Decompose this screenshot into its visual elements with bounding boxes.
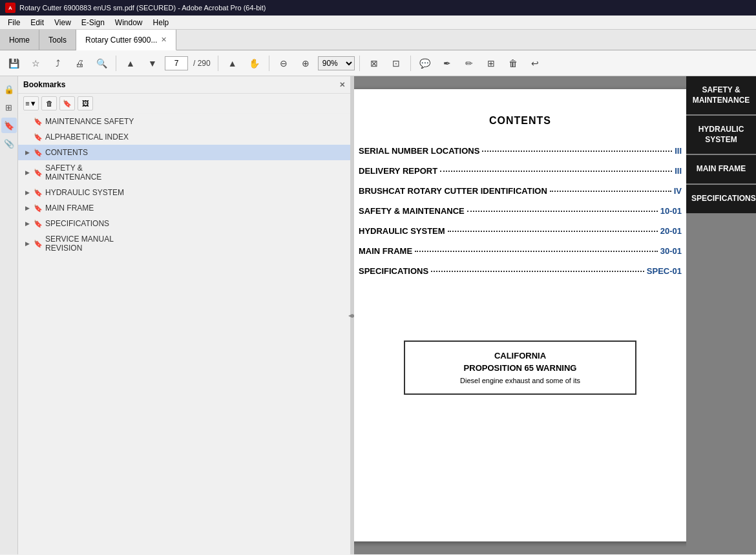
- left-icon-panel: 🔒 ⊞ 🔖 📎: [0, 76, 18, 554]
- toc-dots: [431, 271, 644, 272]
- toc-page: 30-01: [660, 246, 682, 256]
- menu-esign[interactable]: E-Sign: [76, 17, 110, 28]
- toc-label: HYDRAULIC SYSTEM: [359, 226, 445, 236]
- right-tab-main-frame[interactable]: MAIN FRAME: [686, 155, 756, 183]
- bookmarks-header-left: Bookmarks: [23, 80, 65, 89]
- tab-home[interactable]: Home: [0, 30, 39, 50]
- bookmarks-panel: Bookmarks ✕ ≡▼ 🗑 🔖 🖼 🔖 MAINTENANCE SAFET…: [18, 76, 350, 554]
- save-button[interactable]: 💾: [4, 54, 23, 73]
- bookmark-item-safety-maintenance[interactable]: ▶ 🔖 SAFETY &MAINTENANCE: [18, 160, 350, 185]
- content-wrapper: 🔒 ⊞ 🔖 📎 Bookmarks ✕ ≡▼ 🗑 🔖 🖼 🔖 MAINTENAN…: [0, 76, 756, 554]
- ca-warning-title: CALIFORNIA: [418, 351, 622, 361]
- zoom-out-button[interactable]: ⊖: [274, 54, 293, 73]
- paperclip-icon-btn[interactable]: 📎: [1, 136, 17, 151]
- bookmark-item-hydraulic-system[interactable]: ▶ 🔖 HYDRAULIC SYSTEM: [18, 185, 350, 200]
- tab-home-label: Home: [9, 36, 30, 45]
- expand-icon: ▶: [23, 149, 31, 156]
- bookmark-icon: 🔖: [34, 118, 43, 126]
- page-title: CONTENTS: [359, 115, 682, 127]
- pdf-page: CONTENTS SERIAL NUMBER LOCATIONS III DEL…: [354, 89, 686, 541]
- bm-new-btn[interactable]: 🔖: [59, 96, 75, 110]
- page-container: CONTENTS SERIAL NUMBER LOCATIONS III DEL…: [354, 89, 686, 541]
- menu-edit[interactable]: Edit: [25, 17, 49, 28]
- toc-dots: [550, 191, 671, 192]
- bookmark-icon: 🔖: [34, 220, 43, 228]
- layers-icon-btn[interactable]: ⊞: [1, 99, 17, 115]
- menu-window[interactable]: Window: [110, 17, 148, 28]
- right-tab-specifications[interactable]: SPECIFICATIONS: [686, 185, 756, 213]
- toc-label: DELIVERY REPORT: [359, 166, 437, 176]
- menu-bar: File Edit View E-Sign Window Help: [0, 16, 756, 30]
- bookmarks-toolbar: ≡▼ 🗑 🔖 🖼: [18, 94, 350, 114]
- cursor-tool[interactable]: ▲: [223, 54, 242, 73]
- zoom-select[interactable]: 50% 75% 90% 100% 125% 150% 200%: [318, 56, 355, 70]
- expand-icon: ▶: [23, 220, 31, 227]
- pen-button[interactable]: ✒: [437, 54, 457, 73]
- lock-icon-btn[interactable]: 🔒: [1, 81, 17, 97]
- toc-label: BRUSHCAT ROTARY CUTTER IDENTIFICATION: [359, 186, 547, 196]
- title-bar: A Rotary Cutter 6900883 enUS sm.pdf (SEC…: [0, 0, 756, 16]
- bm-delete-btn[interactable]: 🗑: [41, 96, 57, 110]
- bookmark-button[interactable]: ☆: [26, 54, 45, 73]
- stamp-button[interactable]: ⊞: [481, 54, 501, 73]
- highlight-button[interactable]: ✏: [459, 54, 479, 73]
- toc-label: SAFETY & MAINTENANCE: [359, 206, 465, 216]
- right-tab-safety[interactable]: SAFETY &MAINTENANCE: [686, 76, 756, 114]
- fit-page-button[interactable]: ⊠: [364, 54, 384, 73]
- toc-entry-hydraulic: HYDRAULIC SYSTEM 20-01: [359, 226, 682, 236]
- toolbar-sep-2: [218, 56, 218, 71]
- right-tab-hydraulic[interactable]: HYDRAULICSYSTEM: [686, 116, 756, 154]
- bookmark-item-contents[interactable]: ▶ 🔖 CONTENTS: [18, 145, 350, 160]
- bookmarks-close-button[interactable]: ✕: [339, 81, 345, 89]
- tab-tools[interactable]: Tools: [39, 30, 76, 50]
- undo-button[interactable]: ↩: [525, 54, 545, 73]
- trash-button[interactable]: 🗑: [503, 54, 523, 73]
- hand-tool[interactable]: ✋: [245, 54, 264, 73]
- bookmark-label: SPECIFICATIONS: [45, 219, 109, 228]
- ca-warning-subtitle: PROPOSITION 65 WARNING: [418, 363, 622, 373]
- comment-button[interactable]: 💬: [415, 54, 435, 73]
- toc-label: SERIAL NUMBER LOCATIONS: [359, 146, 479, 156]
- bookmark-item-specifications[interactable]: ▶ 🔖 SPECIFICATIONS: [18, 216, 350, 231]
- print-button[interactable]: 🖨: [70, 54, 89, 73]
- toc-page: III: [675, 146, 682, 156]
- toc-dots: [448, 231, 658, 232]
- app-icon: A: [5, 3, 16, 13]
- menu-view[interactable]: View: [49, 17, 76, 28]
- toolbar-sep-5: [410, 56, 411, 71]
- toc-page: 10-01: [660, 206, 682, 216]
- bookmarks-icon-btn[interactable]: 🔖: [1, 118, 17, 133]
- search-button[interactable]: 🔍: [92, 54, 111, 73]
- bookmark-icon: 🔖: [34, 189, 43, 197]
- bookmark-item-service-manual-revision[interactable]: ▶ 🔖 SERVICE MANUALREVISION: [18, 231, 350, 256]
- expand-icon: ▶: [23, 240, 31, 247]
- menu-file[interactable]: File: [3, 17, 25, 28]
- toc-page: 20-01: [660, 226, 682, 236]
- bookmark-icon: 🔖: [34, 240, 43, 248]
- bm-image-btn[interactable]: 🖼: [78, 96, 93, 110]
- zoom-in-button[interactable]: ⊕: [296, 54, 315, 73]
- bookmark-item-maintenance-safety[interactable]: 🔖 MAINTENANCE SAFETY: [18, 114, 350, 129]
- expand-icon: ▶: [23, 204, 31, 212]
- prev-page-button[interactable]: ▲: [121, 54, 140, 73]
- ca-warning-box: CALIFORNIA PROPOSITION 65 WARNING Diesel…: [404, 340, 636, 395]
- bookmarks-header: Bookmarks ✕: [18, 76, 350, 94]
- bookmark-item-alphabetical-index[interactable]: 🔖 ALPHABETICAL INDEX: [18, 129, 350, 145]
- tab-close-button[interactable]: ✕: [161, 36, 167, 44]
- bookmark-item-main-frame[interactable]: ▶ 🔖 MAIN FRAME: [18, 200, 350, 216]
- share-button[interactable]: ⤴: [48, 54, 67, 73]
- tab-tools-label: Tools: [48, 36, 67, 45]
- tab-doc[interactable]: Rotary Cutter 6900... ✕: [76, 30, 176, 50]
- page-number-input[interactable]: [165, 56, 188, 70]
- window-title: Rotary Cutter 6900883 enUS sm.pdf (SECUR…: [19, 4, 266, 12]
- bm-options-btn[interactable]: ≡▼: [23, 96, 39, 110]
- toc-label: SPECIFICATIONS: [359, 266, 428, 276]
- bookmark-icon: 🔖: [34, 204, 43, 213]
- menu-help[interactable]: Help: [148, 17, 174, 28]
- next-page-button[interactable]: ▼: [143, 54, 162, 73]
- snapshot-button[interactable]: ⊡: [386, 54, 406, 73]
- toc-entry-delivery: DELIVERY REPORT III: [359, 166, 682, 176]
- bookmark-label: MAIN FRAME: [45, 204, 94, 213]
- bookmark-label: ALPHABETICAL INDEX: [45, 132, 129, 141]
- pdf-area: CONTENTS SERIAL NUMBER LOCATIONS III DEL…: [354, 76, 686, 554]
